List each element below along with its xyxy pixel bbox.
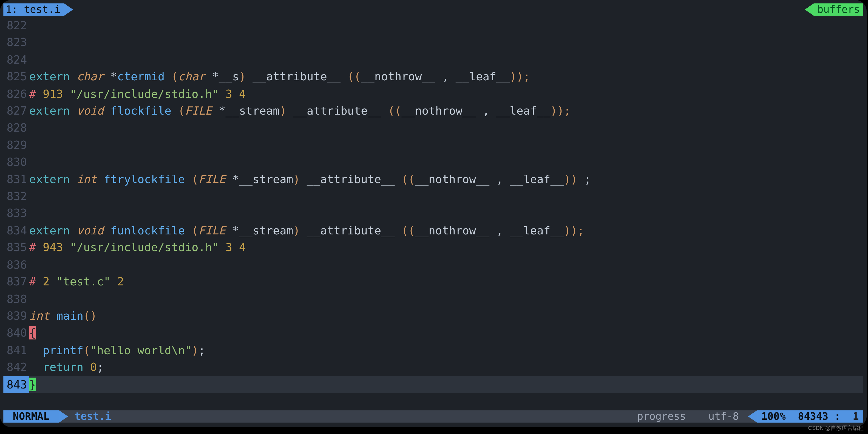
line-number: 840 xyxy=(3,324,29,341)
status-progress: progress xyxy=(637,410,686,423)
code-content[interactable]: extern void funlockfile (FILE *__stream)… xyxy=(29,222,863,239)
code-content[interactable]: return 0; xyxy=(29,359,863,376)
status-encoding: utf-8 xyxy=(708,410,739,423)
code-line[interactable]: 828 xyxy=(3,119,863,136)
mode-indicator: NORMAL xyxy=(3,410,59,423)
code-content[interactable]: extern void flockfile (FILE *__stream) _… xyxy=(29,102,863,119)
code-line[interactable]: 829 xyxy=(3,136,863,154)
code-line[interactable]: 830 xyxy=(3,154,863,170)
code-line[interactable]: 824 xyxy=(3,51,863,68)
code-line[interactable]: 842 return 0; xyxy=(3,359,863,376)
code-line[interactable]: 841 printf("hello world\n"); xyxy=(3,342,863,359)
line-number: 838 xyxy=(3,290,29,307)
code-content[interactable] xyxy=(29,188,863,205)
code-line[interactable]: 834extern void funlockfile (FILE *__stre… xyxy=(3,222,863,239)
status-col-number: 1 xyxy=(852,410,859,423)
line-number: 825 xyxy=(3,68,29,85)
code-content[interactable]: { xyxy=(29,324,863,341)
code-editor[interactable]: 822823824825extern char *ctermid (char *… xyxy=(3,16,863,393)
code-content[interactable] xyxy=(29,34,863,51)
tab-current-file[interactable]: 1: test.i xyxy=(3,3,64,16)
line-number: 830 xyxy=(3,154,29,170)
code-line[interactable]: 825extern char *ctermid (char *__s) __at… xyxy=(3,68,863,85)
code-line[interactable]: 839int main() xyxy=(3,307,863,324)
tab-buffers[interactable]: buffers xyxy=(814,3,863,16)
code-content[interactable]: # 2 "test.c" 2 xyxy=(29,273,863,290)
status-sep: : xyxy=(834,410,840,423)
code-line[interactable]: 840{ xyxy=(3,324,863,341)
line-number: 832 xyxy=(3,188,29,205)
line-number: 836 xyxy=(3,256,29,273)
code-line[interactable]: 827extern void flockfile (FILE *__stream… xyxy=(3,102,863,119)
line-number: 842 xyxy=(3,359,29,376)
code-line[interactable]: 832 xyxy=(3,188,863,205)
code-content[interactable] xyxy=(29,154,863,170)
line-number: 841 xyxy=(3,342,29,359)
line-number: 839 xyxy=(3,307,29,324)
watermark: CSDN @自然语言编程 xyxy=(808,424,864,432)
line-number: 823 xyxy=(3,34,29,51)
code-content[interactable] xyxy=(29,205,863,222)
code-content[interactable] xyxy=(29,256,863,273)
code-content[interactable]: # 943 "/usr/include/stdio.h" 3 4 xyxy=(29,239,863,256)
code-content[interactable] xyxy=(29,290,863,307)
code-line[interactable]: 822 xyxy=(3,17,863,34)
code-content[interactable]: int main() xyxy=(29,307,863,324)
status-position: 100% 84343 : 1 xyxy=(757,410,863,423)
line-number: 826 xyxy=(3,85,29,102)
status-center: progress utf-8 xyxy=(633,410,744,423)
code-content[interactable]: extern char *ctermid (char *__s) __attri… xyxy=(29,68,863,85)
line-number: 837 xyxy=(3,273,29,290)
code-line[interactable]: 835# 943 "/usr/include/stdio.h" 3 4 xyxy=(3,239,863,256)
code-line[interactable]: 826# 913 "/usr/include/stdio.h" 3 4 xyxy=(3,85,863,102)
status-percent: 100% xyxy=(761,410,786,423)
code-content[interactable]: extern int ftrylockfile (FILE *__stream)… xyxy=(29,170,863,188)
code-line[interactable]: 831extern int ftrylockfile (FILE *__stre… xyxy=(3,170,863,188)
code-line[interactable]: 833 xyxy=(3,205,863,222)
code-content[interactable] xyxy=(29,51,863,68)
code-line[interactable]: 843} xyxy=(3,376,863,393)
code-content[interactable]: } xyxy=(29,376,863,393)
code-line[interactable]: 838 xyxy=(3,290,863,307)
line-number: 843 xyxy=(3,376,29,393)
code-line[interactable]: 837# 2 "test.c" 2 xyxy=(3,273,863,290)
line-number: 828 xyxy=(3,119,29,136)
line-number: 829 xyxy=(3,136,29,154)
line-number: 835 xyxy=(3,239,29,256)
editor-window: 1: test.i buffers 822823824825extern cha… xyxy=(0,0,867,427)
code-content[interactable] xyxy=(29,17,863,34)
line-number: 831 xyxy=(3,170,29,188)
line-number: 822 xyxy=(3,17,29,34)
code-line[interactable]: 823 xyxy=(3,34,863,51)
line-number: 833 xyxy=(3,205,29,222)
status-line-number: 84343 xyxy=(798,410,828,423)
code-content[interactable]: # 913 "/usr/include/stdio.h" 3 4 xyxy=(29,85,863,102)
status-line: NORMAL test.i progress utf-8 100% 84343 … xyxy=(3,410,863,423)
code-line[interactable]: 836 xyxy=(3,256,863,273)
code-content[interactable]: printf("hello world\n"); xyxy=(29,342,863,359)
line-number: 827 xyxy=(3,102,29,119)
code-content[interactable] xyxy=(29,136,863,154)
code-content[interactable] xyxy=(29,119,863,136)
line-number: 824 xyxy=(3,51,29,68)
line-number: 834 xyxy=(3,222,29,239)
tab-bar: 1: test.i buffers xyxy=(3,3,863,16)
